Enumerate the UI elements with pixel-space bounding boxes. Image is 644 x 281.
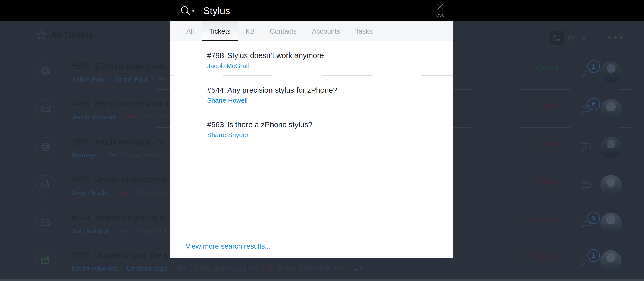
- avatar: [600, 137, 622, 158]
- email-channel-icon: [36, 213, 55, 232]
- avatar: [600, 61, 622, 82]
- tab-all[interactable]: All: [179, 21, 202, 41]
- kanban-view-icon: [564, 31, 578, 45]
- contact-link: lisamags: [72, 151, 98, 159]
- star-icon: [36, 30, 47, 40]
- search-icon[interactable]: [180, 5, 191, 17]
- close-search-button[interactable]: esc: [432, 3, 449, 18]
- bottom-edge-strip: [0, 279, 644, 281]
- more-actions-icon: [608, 36, 623, 39]
- avatar: [600, 250, 622, 271]
- email-in-channel-icon: [36, 250, 55, 270]
- ticket-title: Unable to update my: [95, 175, 167, 184]
- clock-icon: [178, 265, 186, 272]
- clock-icon: [108, 152, 116, 158]
- web-channel-icon: [36, 62, 55, 81]
- web-channel-icon: [36, 137, 55, 156]
- ticket-title: Z Phone battery rela: [95, 62, 166, 71]
- email-channel-icon: [36, 99, 55, 118]
- clock-icon: [158, 76, 166, 83]
- hourglass-icon: [267, 265, 273, 272]
- ticket-title: Stylus doesn't work a: [95, 99, 169, 108]
- search-input[interactable]: Stylus: [203, 6, 230, 16]
- comment-bubble-icon: [580, 181, 591, 190]
- status-badge: Open: [503, 139, 558, 148]
- status-badge: Closed: [503, 64, 558, 72]
- result-number: #563: [207, 120, 224, 129]
- result-title: Any precision stylus for zPhone?: [227, 86, 337, 94]
- comment-count-badge: 1: [587, 249, 600, 262]
- tab-kb[interactable]: KB: [238, 21, 262, 41]
- contact-link: Nicole Hawkins: [72, 265, 117, 272]
- contact-link: Arya Phadke: [72, 189, 110, 197]
- search-tabs: All Tickets KB Contacts Accounts Tasks: [170, 21, 453, 41]
- threads-count-icon: 3: [353, 265, 363, 271]
- ticket-number: #728: [72, 213, 89, 222]
- ticket-number: #894: [72, 137, 89, 147]
- close-icon: [437, 3, 444, 11]
- tab-accounts[interactable]: Accounts: [304, 21, 348, 41]
- clock-icon: [121, 228, 129, 234]
- email-out-channel-icon: [36, 175, 55, 194]
- account-link: Linchpin Apps: [127, 265, 168, 272]
- contact-link: Jacob McGrath: [72, 113, 116, 121]
- comment-count-badge: 1: [587, 60, 600, 73]
- ticket-number: #727: [72, 251, 89, 260]
- created-time: 10 May 2017 01:21 AM: [190, 265, 257, 272]
- result-number: #544: [207, 86, 224, 94]
- result-contact-link[interactable]: Shane Howell: [207, 97, 453, 104]
- contact-link: Ashlin Paul: [72, 76, 105, 83]
- comment-bubble-icon: [580, 143, 591, 153]
- ticket-number: #798: [72, 99, 89, 108]
- avatar: [600, 175, 622, 196]
- search-results-panel: All Tickets KB Contacts Accounts Tasks #…: [170, 21, 453, 258]
- tab-contacts[interactable]: Contacts: [262, 21, 305, 41]
- due-time: 08 Mar 2018 01:00 PM: [276, 265, 343, 272]
- view-toggle-caret-icon: [578, 31, 589, 45]
- search-results-list: #798 Stylus doesn't work anymore Jacob M…: [170, 41, 453, 145]
- status-badge: Open: [503, 177, 558, 185]
- comment-count-badge: 6: [587, 98, 600, 110]
- status-badge: In Progress: [503, 215, 558, 223]
- clock-icon-overdue: [127, 114, 135, 120]
- view-mode-toggle: [550, 31, 589, 45]
- ticket-number: #895: [72, 62, 89, 71]
- ticket-number: #822: [72, 175, 89, 184]
- result-title: Stylus doesn't work anymore: [227, 51, 324, 60]
- result-number: #798: [207, 51, 224, 60]
- view-more-results-link[interactable]: View more search results...: [186, 242, 271, 250]
- comment-count-badge: 3: [587, 212, 600, 224]
- list-view-title: All Tickets: [51, 30, 93, 40]
- clock-icon-overdue: [119, 190, 128, 196]
- list-view-icon: [550, 31, 564, 45]
- status-badge: In Progress: [503, 253, 558, 261]
- tab-tickets[interactable]: Tickets: [202, 21, 238, 41]
- result-title: Is there a zPhone stylus?: [227, 120, 312, 129]
- search-result-item[interactable]: #563 Is there a zPhone stylus? Shane Sny…: [170, 110, 453, 145]
- ticket-title: Article feedback - 'U: [95, 137, 165, 147]
- ticket-title: Unable to open the a: [95, 251, 168, 260]
- contact-link: Ashlin Paul: [115, 76, 147, 83]
- avatar: [600, 213, 622, 234]
- result-contact-link[interactable]: Shane Snyder: [207, 131, 453, 139]
- status-badge: Open: [503, 101, 558, 109]
- caret-down-icon[interactable]: [191, 10, 195, 12]
- tab-tasks[interactable]: Tasks: [348, 21, 380, 41]
- search-result-item[interactable]: #798 Stylus doesn't work anymore Jacob M…: [170, 41, 453, 76]
- avatar: [600, 99, 622, 120]
- search-result-item[interactable]: #544 Any precision stylus for zPhone? Sh…: [170, 76, 453, 110]
- ticket-title: Thanks for getting in: [95, 213, 166, 222]
- screen: Stylus esc All Tickets: [0, 0, 644, 281]
- result-contact-link[interactable]: Jacob McGrath: [207, 62, 453, 70]
- global-search-bar: Stylus esc: [0, 0, 644, 21]
- esc-label: esc: [432, 12, 449, 18]
- contact-link: Sol Davidson: [72, 227, 111, 235]
- list-title-caret-icon: [92, 34, 99, 37]
